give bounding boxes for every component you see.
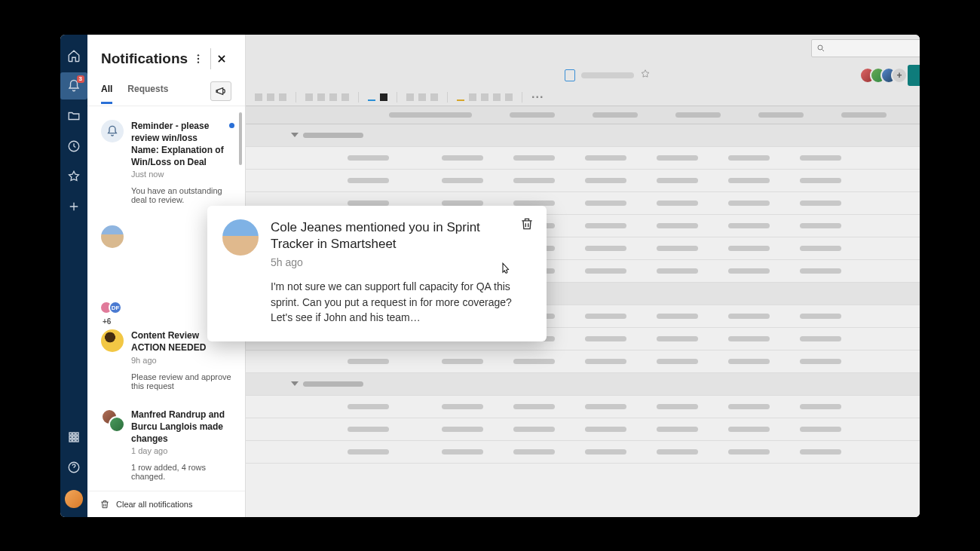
popup-title: Cole Jeanes mentioned you in Sprint Trac… (271, 219, 531, 254)
notification-subtitle: ACTION NEEDED (131, 341, 231, 354)
app-window: 3 Notifications (60, 35, 920, 517)
announcements-icon[interactable] (210, 81, 231, 101)
left-nav-rail: 3 (60, 35, 87, 517)
clear-all-label: Clear all notifications (116, 500, 193, 509)
notification-detail-popup: Cole Jeanes mentioned you in Sprint Trac… (207, 206, 547, 342)
collaborator-avatars[interactable]: + (859, 67, 902, 84)
notification-title: Reminder - please review win/loss (131, 120, 231, 144)
notification-subtitle: Name: Explanation of Win/Loss on Deal (131, 144, 231, 168)
notification-desc: 1 row added, 4 rows changed. (131, 463, 231, 481)
svg-rect-5 (73, 436, 75, 438)
svg-point-13 (198, 61, 199, 63)
summary-row[interactable] (246, 124, 920, 147)
document-header: + (246, 62, 920, 89)
toolbar-overflow-icon[interactable]: ··· (531, 90, 544, 104)
home-icon[interactable] (60, 42, 87, 69)
user-avatar[interactable] (65, 490, 83, 508)
svg-rect-2 (73, 433, 75, 435)
notification-time: 9h ago (131, 356, 231, 365)
notification-item[interactable]: Reminder - please review win/loss Name: … (87, 112, 245, 216)
svg-point-14 (818, 45, 822, 50)
grid-column-headers (246, 106, 920, 124)
user-avatar (101, 225, 124, 248)
notification-count-badge: 3 (77, 75, 84, 83)
data-row[interactable] (246, 418, 920, 441)
notification-title: Manfred Randrup and Burcu Langlois made … (131, 409, 231, 445)
data-row[interactable] (246, 170, 920, 192)
user-avatar (101, 329, 124, 352)
notification-item[interactable]: Manfred Randrup and Burcu Langlois made … (87, 401, 245, 491)
svg-rect-3 (76, 433, 78, 435)
notifications-icon[interactable]: 3 (60, 72, 87, 99)
reminder-icon (101, 120, 124, 142)
svg-point-11 (198, 54, 199, 56)
document-title-placeholder (581, 72, 634, 78)
sheet-icon (565, 69, 575, 81)
summary-row[interactable] (246, 373, 920, 396)
popup-message: I'm not sure we can support full capacit… (271, 279, 531, 325)
recents-icon[interactable] (60, 133, 87, 160)
notification-desc: You have an outstanding deal to review. (131, 186, 231, 204)
svg-rect-4 (69, 436, 72, 438)
notification-time: Just now (131, 170, 231, 179)
svg-rect-1 (69, 433, 72, 435)
data-row[interactable] (246, 396, 920, 418)
toolbar: ··· (246, 89, 920, 106)
create-new-icon[interactable] (60, 193, 87, 220)
favorites-icon[interactable] (60, 163, 87, 190)
share-button[interactable] (908, 65, 920, 86)
notifications-title: Notifications (101, 51, 188, 67)
top-bar (246, 35, 920, 62)
data-row[interactable] (246, 441, 920, 464)
cursor-icon (498, 262, 512, 277)
popup-time: 5h ago (271, 256, 531, 268)
svg-rect-9 (76, 439, 78, 442)
apps-icon[interactable] (60, 424, 87, 451)
help-icon[interactable] (60, 454, 87, 481)
user-avatar-pair (101, 409, 124, 431)
notification-time: 1 day ago (131, 446, 231, 455)
tab-requests[interactable]: Requests (127, 84, 168, 103)
folder-icon[interactable] (60, 103, 87, 130)
svg-rect-8 (73, 439, 75, 442)
more-collaborators[interactable]: + (891, 67, 908, 84)
svg-point-12 (198, 57, 199, 59)
svg-rect-6 (76, 436, 78, 438)
tab-all[interactable]: All (101, 84, 112, 104)
close-panel-icon[interactable] (210, 48, 231, 69)
clear-all-button[interactable]: Clear all notifications (87, 491, 245, 517)
delete-notification-icon[interactable] (519, 216, 534, 234)
unread-indicator (229, 123, 234, 128)
svg-rect-7 (69, 439, 72, 442)
notification-desc: Please review and approve this request (131, 372, 231, 390)
favorite-icon[interactable] (640, 69, 651, 82)
data-row[interactable] (246, 147, 920, 170)
more-options-icon[interactable] (188, 48, 209, 69)
data-row[interactable] (246, 350, 920, 373)
popup-user-avatar (222, 219, 259, 256)
search-input[interactable] (811, 39, 920, 57)
